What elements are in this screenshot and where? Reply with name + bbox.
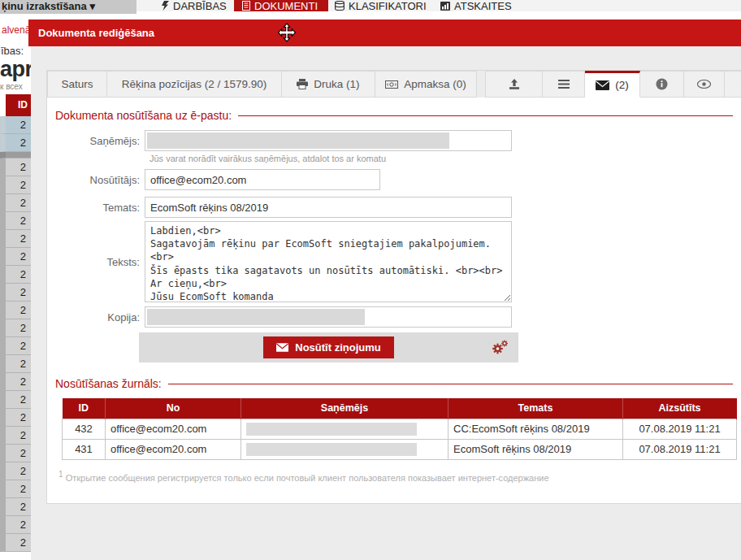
printer-icon <box>297 79 308 89</box>
tab-email[interactable]: (2) <box>585 71 640 98</box>
menu-icon <box>558 80 570 89</box>
background-table-row: 2 <box>0 284 31 302</box>
background-table-row: 2 <box>0 319 31 337</box>
journal-header-row: ID No Saņēmējs Temats Aizsūtīts <box>63 398 737 419</box>
background-table-row: 2 <box>0 409 31 427</box>
sender-input[interactable] <box>145 169 380 190</box>
journal-row[interactable]: 432 office@ecom20.com CC:EcomSoft rēķins… <box>63 419 737 439</box>
tab-cutoff[interactable] <box>725 71 741 98</box>
report-chart-icon <box>440 2 450 11</box>
nav-label: KLASIFIKATORI <box>349 0 427 11</box>
subject-row: Temats: <box>55 197 733 218</box>
background-table-row <box>0 152 31 158</box>
background-table-row: 2 <box>0 248 31 266</box>
recipient-hint: Jūs varat norādīt vairākus saņēmējus, at… <box>150 154 733 163</box>
background-table-row: 2 <box>0 302 31 319</box>
redacted-cc <box>147 309 365 325</box>
send-button-bar: Nosūtīt ziņojumu <box>139 332 518 362</box>
journal-section-heading: Nosūtīšanas žurnāls: <box>55 377 733 390</box>
tab-list[interactable] <box>543 71 585 98</box>
database-icon <box>335 1 344 11</box>
info-icon <box>656 78 668 90</box>
nav-item-darbibas[interactable]: DARBĪBAS <box>162 0 227 11</box>
nav-label: DOKUMENTI <box>254 0 318 11</box>
cc-label: Kopija: <box>55 311 145 323</box>
subject-label: Temats: <box>55 202 145 214</box>
background-table-row: 2 <box>0 337 31 355</box>
nav-label: ATSKAITES <box>454 0 512 11</box>
body-row: Teksts: Labdien,<br> Sagatavojām rēķinu … <box>55 221 733 302</box>
background-label: ības: <box>1 45 24 57</box>
eye-icon <box>697 80 711 89</box>
background-table-rows: 222222222222222222222222 <box>0 116 31 552</box>
journal-row[interactable]: 431 office@ecom20.com EcomSoft rēķins 08… <box>63 439 737 459</box>
lightning-icon <box>162 1 169 11</box>
subject-input[interactable] <box>145 197 512 218</box>
background-table-row: 2 <box>0 445 31 462</box>
background-subtext: к всех <box>0 82 23 91</box>
nav-label: DARBĪBAS <box>173 0 227 11</box>
tab-druka[interactable]: Druka (1) <box>282 71 375 98</box>
tab-saturs[interactable]: Saturs <box>47 71 107 98</box>
tab-upload[interactable] <box>485 71 543 98</box>
background-table-row: 2 <box>0 373 31 391</box>
settings-gears-icon[interactable] <box>492 340 509 355</box>
move-cursor-icon <box>277 23 297 42</box>
background-page-strip: alvenā ības: apr к всех ID 2222222222222… <box>0 14 31 560</box>
col-recipient: Saņēmējs <box>241 398 448 419</box>
background-table-row: 2 <box>0 134 31 152</box>
sender-label: Nosūtītājs: <box>55 174 145 186</box>
redacted-recipient <box>246 423 417 436</box>
envelope-icon <box>276 343 288 352</box>
col-sent: Aizsūtīts <box>623 398 737 419</box>
modal-body: Saturs Rēķina pozīcijas (2 / 1579.90) Dr… <box>31 46 741 560</box>
background-table-row: 2 <box>0 194 31 212</box>
redacted-recipient <box>246 443 417 456</box>
background-table-row: 2 <box>0 355 31 373</box>
col-from: No <box>106 398 241 419</box>
background-link[interactable]: alvenā <box>2 24 30 36</box>
app-title[interactable]: ķinu izrakstīšana ▾ <box>0 0 136 14</box>
background-table-row: 2 <box>0 176 31 194</box>
send-message-button[interactable]: Nosūtīt ziņojumu <box>263 336 393 358</box>
tab-preview[interactable] <box>684 71 725 98</box>
nav-item-atskaites[interactable]: ATSKAITES <box>440 0 512 11</box>
background-table-row: 2 <box>0 158 31 176</box>
banknote-icon <box>385 80 398 89</box>
background-table-row: 2 <box>0 427 31 445</box>
document-icon <box>242 1 250 11</box>
col-subject: Temats <box>448 398 623 419</box>
background-table-row: 2 <box>0 230 31 248</box>
sending-journal-table: ID No Saņēmējs Temats Aizsūtīts 432 offi… <box>62 398 737 460</box>
tab-apmaksa[interactable]: Apmaksa (0) <box>375 71 477 98</box>
recipient-row: Saņēmējs: <box>55 130 733 151</box>
email-tab-content: Dokumenta nosūtīšana uz ē-pastu: Saņēmēj… <box>47 98 741 503</box>
col-id: ID <box>63 398 106 419</box>
cc-row: Kopija: <box>55 306 733 328</box>
recipient-label: Saņēmējs: <box>55 135 145 147</box>
sender-row: Nosūtītājs: <box>55 169 733 190</box>
modal-titlebar[interactable]: Dokumenta rediģēšana <box>28 20 741 46</box>
nav-item-dokumenti[interactable]: DOKUMENTI <box>234 0 328 11</box>
tab-bar: Saturs Rēķina pozīcijas (2 / 1579.90) Dr… <box>47 71 741 98</box>
background-table-row: 2 <box>0 391 31 409</box>
body-textarea[interactable]: Labdien,<br> Sagatavojām rēķinu par Ecom… <box>145 221 512 302</box>
envelope-icon <box>596 80 609 90</box>
modal-title: Dokumenta rediģēšana <box>38 27 154 39</box>
background-table-row: 2 <box>0 266 31 284</box>
caret-down-icon: ▾ <box>89 0 95 12</box>
background-table-row: 2 <box>0 498 31 516</box>
background-table-row: 2 <box>0 462 31 480</box>
email-section-heading: Dokumenta nosūtīšana uz ē-pastu: <box>55 109 733 122</box>
background-heading: apr <box>0 57 31 82</box>
background-table-row: 2 <box>0 534 31 552</box>
background-table-row: 2 <box>0 480 31 498</box>
screen: DARBĪBAS DOKUMENTI KLASIFIKATORI ATSKAIT… <box>0 0 741 560</box>
nav-item-klasifikatori[interactable]: KLASIFIKATORI <box>335 0 427 11</box>
body-label: Teksts: <box>55 256 145 268</box>
tab-rekina-pozicijas[interactable]: Rēķina pozīcijas (2 / 1579.90) <box>107 71 282 98</box>
tab-info[interactable] <box>640 71 684 98</box>
background-table-row: 2 <box>0 116 31 134</box>
journal-footnote: 1 Открытие сообщения регистрируется толь… <box>58 470 733 483</box>
document-edit-card: Saturs Rēķina pozīcijas (2 / 1579.90) Dr… <box>46 70 741 504</box>
